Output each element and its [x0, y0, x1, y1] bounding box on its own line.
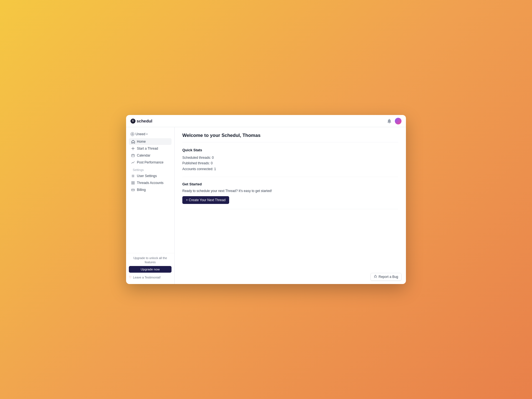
uneed-dropdown[interactable]: Uneed ▾: [129, 131, 172, 137]
threads-accounts-label: Threads Accounts: [137, 181, 163, 185]
top-bar: © schedul: [126, 115, 406, 127]
post-performance-label: Post Performance: [137, 160, 163, 164]
leave-testimonial[interactable]: ♡ Leave a Testimonial!: [129, 275, 172, 280]
get-started-section: Get Started Ready to schedule your next …: [182, 182, 398, 209]
uneed-icon: [131, 132, 134, 136]
sidebar-item-post-performance[interactable]: Post Performance: [129, 159, 172, 166]
threads-icon: [131, 181, 135, 185]
svg-rect-3: [132, 181, 133, 183]
published-threads-stat: Published threads: 0: [182, 160, 398, 166]
sidebar-item-user-settings[interactable]: User Settings: [129, 173, 172, 179]
calendar-label: Calendar: [137, 154, 150, 157]
svg-rect-5: [132, 183, 133, 184]
bell-icon[interactable]: [387, 118, 392, 124]
plus-icon: [131, 147, 135, 150]
billing-label: Billing: [137, 188, 146, 192]
svg-rect-4: [133, 181, 134, 183]
sidebar-top: Uneed ▾ Home: [126, 129, 174, 253]
settings-section-label: Settings: [129, 166, 172, 173]
start-thread-label: Start a Thread: [137, 147, 158, 150]
quick-stats-title: Quick Stats: [182, 148, 398, 152]
create-thread-button[interactable]: + Create Your Next Thread: [182, 196, 229, 204]
report-bug-button[interactable]: Report a Bug: [370, 273, 401, 281]
billing-icon: [131, 188, 135, 192]
quick-stats-section: Quick Stats Scheduled threads: 0 Publish…: [182, 148, 398, 177]
page-title: Welcome to your Schedul, Thomas: [182, 133, 398, 142]
chevron-down-icon: ▾: [146, 133, 148, 135]
bug-icon: [374, 275, 377, 279]
logo-text: schedul: [137, 119, 152, 123]
chart-icon: [131, 160, 135, 164]
sidebar-item-threads-accounts[interactable]: Threads Accounts: [129, 180, 172, 186]
avatar[interactable]: [395, 118, 401, 124]
svg-rect-6: [133, 183, 134, 184]
get-started-title: Get Started: [182, 182, 398, 186]
dropdown-label: Uneed: [135, 132, 145, 136]
gear-icon: [131, 174, 135, 178]
logo-icon: ©: [131, 119, 135, 124]
sidebar-item-home[interactable]: Home: [129, 138, 172, 145]
sidebar-bottom: Upgrade to unlock all the features Upgra…: [126, 253, 174, 282]
sidebar-item-calendar[interactable]: Calendar: [129, 152, 172, 159]
logo: © schedul: [131, 119, 152, 124]
svg-point-2: [132, 175, 134, 177]
testimonial-label: Leave a Testimonial!: [133, 276, 161, 279]
get-started-description: Ready to schedule your next Thread? It's…: [182, 189, 398, 193]
upgrade-text: Upgrade to unlock all the features: [129, 256, 172, 264]
top-bar-right: [387, 118, 401, 124]
main-layout: Uneed ▾ Home: [126, 127, 406, 284]
user-settings-label: User Settings: [137, 174, 157, 178]
svg-rect-1: [132, 154, 134, 157]
sidebar: Uneed ▾ Home: [126, 127, 175, 284]
calendar-icon: [131, 154, 135, 157]
upgrade-button[interactable]: Upgrade now: [129, 266, 172, 273]
home-label: Home: [137, 140, 146, 144]
sidebar-item-start-thread[interactable]: Start a Thread: [129, 145, 172, 152]
svg-rect-8: [375, 276, 376, 277]
sidebar-item-billing[interactable]: Billing: [129, 186, 172, 193]
heart-icon: ♡: [129, 275, 132, 279]
report-bug-label: Report a Bug: [378, 275, 398, 279]
app-window: © schedul: [126, 115, 406, 284]
scheduled-threads-stat: Scheduled threads: 0: [182, 155, 398, 160]
content-area: Welcome to your Schedul, Thomas Quick St…: [175, 127, 406, 284]
accounts-connected-stat: Accounts connected: 1: [182, 166, 398, 172]
home-icon: [131, 140, 135, 144]
